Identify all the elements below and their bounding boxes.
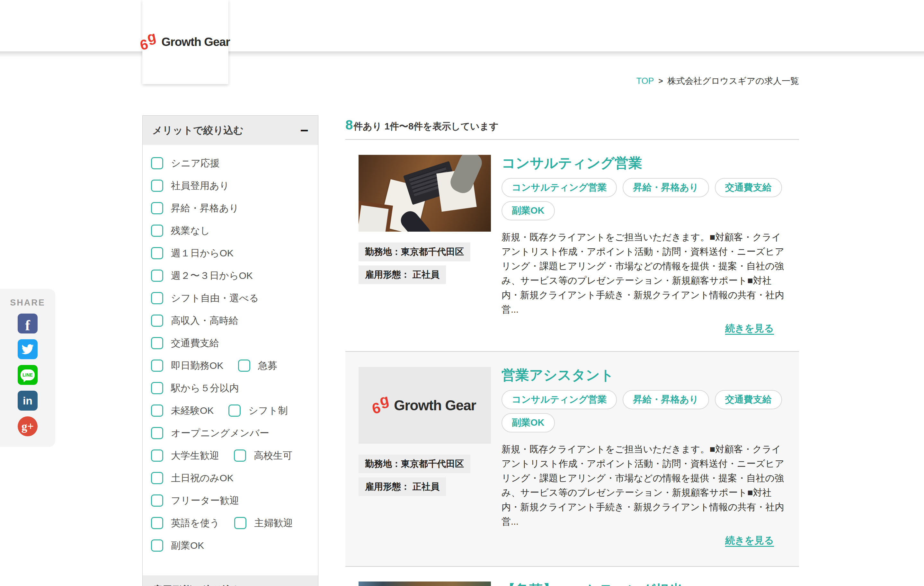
filter-checkbox[interactable] — [151, 404, 163, 417]
filter-label[interactable]: 副業OK — [171, 539, 204, 552]
filter-label[interactable]: 週１日からOK — [171, 247, 234, 260]
employment-filter-header[interactable]: 雇用形態で絞り込む − — [143, 575, 318, 586]
job-description: 新規・既存クライアントをご担当いただきます。■対顧客・クライアントリスト作成・ア… — [502, 230, 788, 317]
growth-gear-glyph-icon: 6g — [373, 395, 391, 416]
filter-label[interactable]: 高校生可 — [254, 449, 292, 462]
filter-label[interactable]: 大学生歓迎 — [171, 449, 219, 462]
breadcrumb: TOP > 株式会社グロウスギアの求人一覧 — [637, 75, 799, 87]
job-tag: 副業OK — [502, 201, 555, 220]
filter-checkbox[interactable] — [151, 224, 163, 237]
twitter-share-icon[interactable] — [18, 339, 38, 359]
filter-label[interactable]: フリーター歓迎 — [171, 494, 239, 507]
job-tag: 交通費支給 — [715, 390, 782, 409]
filter-checkbox[interactable] — [238, 360, 250, 372]
merit-filter-list: シニア応援社員登用あり昇給・昇格あり残業なし週１日からOK週２〜３日からOKシフ… — [143, 145, 318, 575]
filter-label[interactable]: 週２〜３日からOK — [171, 269, 253, 282]
merit-filter-title: メリットで絞り込む — [152, 124, 244, 137]
job-tag: 交通費支給 — [715, 178, 782, 197]
collapse-minus-icon[interactable]: − — [300, 123, 309, 137]
job-card-consulting-sales[interactable]: 勤務地：東京都千代田区 雇用形態： 正社員 コンサルティング営業 コンサルティン… — [345, 140, 799, 351]
filter-checkbox[interactable] — [151, 157, 163, 169]
job-title-link[interactable]: コンサルティング営業 — [502, 155, 642, 171]
filter-label[interactable]: シフト制 — [248, 404, 287, 417]
results-count: 8 件あり 1件〜8件を表示しています — [345, 117, 799, 133]
filter-checkbox[interactable] — [151, 427, 163, 439]
filter-checkbox[interactable] — [151, 517, 163, 529]
filter-checkbox[interactable] — [151, 292, 163, 304]
filter-label[interactable]: 昇給・昇格あり — [171, 202, 239, 215]
facebook-share-icon[interactable]: f — [18, 314, 38, 333]
job-tags: コンサルティング営業昇給・昇格あり交通費支給副業OK — [502, 390, 788, 432]
job-details: 営業アシスタント コンサルティング営業昇給・昇格あり交通費支給副業OK 新規・既… — [502, 367, 788, 547]
filter-label[interactable]: 英語を使う — [171, 517, 219, 530]
read-more-link[interactable]: 続きを見る — [725, 322, 774, 335]
growth-gear-logo: 6g Growth Gear — [141, 32, 230, 52]
job-photo-office[interactable] — [358, 581, 491, 586]
filter-label[interactable]: 高収入・高時給 — [171, 314, 238, 327]
google-plus-share-icon[interactable]: g+ — [18, 416, 38, 436]
logo-wordmark: Growth Gear — [161, 35, 230, 49]
job-card-marketing[interactable]: 【急募】マーケティング担当 — [345, 566, 799, 586]
line-share-icon[interactable]: LINE — [18, 365, 38, 385]
job-employment-label: 雇用形態： 正社員 — [358, 266, 446, 284]
filter-checkbox[interactable] — [228, 404, 241, 417]
filter-checkbox[interactable] — [151, 360, 163, 372]
filter-row: 昇給・昇格あり — [151, 197, 310, 220]
company-logo-card[interactable]: 6g Growth Gear — [142, 0, 228, 84]
filter-sidebar: メリットで絞り込む − シニア応援社員登用あり昇給・昇格あり残業なし週１日からO… — [142, 116, 318, 586]
filter-checkbox[interactable] — [234, 517, 246, 529]
job-photo-meeting[interactable] — [358, 155, 491, 232]
filter-checkbox[interactable] — [151, 269, 163, 282]
job-title-link[interactable]: 営業アシスタント — [502, 367, 614, 383]
share-panel: SHARE f LINE in g+ — [0, 289, 55, 447]
job-tag: コンサルティング営業 — [502, 178, 617, 197]
filter-row: 社員登用あり — [151, 175, 310, 197]
job-tags: コンサルティング営業昇給・昇格あり交通費支給副業OK — [502, 178, 788, 220]
filter-label[interactable]: シニア応援 — [171, 157, 220, 170]
filter-row: 未経験OKシフト制 — [151, 399, 310, 422]
filter-label[interactable]: 交通費支給 — [171, 337, 219, 350]
twitter-bird-icon — [21, 343, 34, 355]
read-more-link[interactable]: 続きを見る — [725, 534, 774, 547]
employment-filter-title: 雇用形態で絞り込む — [152, 583, 243, 586]
filter-checkbox[interactable] — [151, 202, 163, 214]
filter-checkbox[interactable] — [151, 315, 163, 327]
results-count-number: 8 — [345, 117, 353, 133]
job-employment-label: 雇用形態： 正社員 — [358, 477, 446, 496]
filter-checkbox[interactable] — [151, 382, 163, 394]
job-photo-company-logo[interactable]: 6g Growth Gear — [358, 367, 491, 444]
filter-checkbox[interactable] — [151, 494, 163, 507]
filter-checkbox[interactable] — [151, 472, 163, 484]
filter-row: 交通費支給 — [151, 332, 310, 354]
filter-checkbox[interactable] — [151, 337, 163, 349]
filter-label[interactable]: 社員登用あり — [171, 179, 229, 192]
job-title-link[interactable]: 【急募】マーケティング担当 — [502, 581, 683, 586]
filter-row: シフト自由・選べる — [151, 287, 310, 309]
breadcrumb-separator: > — [658, 76, 663, 86]
filter-label[interactable]: 即日勤務OK — [171, 359, 223, 372]
filter-checkbox[interactable] — [151, 180, 163, 192]
results-count-text: 件あり 1件〜8件を表示しています — [353, 120, 498, 133]
job-description: 新規・既存クライアントをご担当いただきます。■対顧客・クライアントリスト作成・ア… — [502, 442, 788, 529]
job-location-label: 勤務地：東京都千代田区 — [358, 455, 470, 473]
collapse-minus-icon[interactable]: − — [300, 583, 309, 586]
filter-label[interactable]: 残業なし — [171, 224, 210, 238]
filter-label[interactable]: オープニングメンバー — [171, 427, 269, 440]
filter-label[interactable]: 駅から５分以内 — [171, 382, 239, 395]
linkedin-share-icon[interactable]: in — [18, 391, 38, 411]
filter-checkbox[interactable] — [151, 247, 163, 259]
header-shadow — [0, 51, 924, 57]
breadcrumb-home-link[interactable]: TOP — [637, 76, 654, 86]
filter-checkbox[interactable] — [151, 449, 163, 462]
filter-label[interactable]: 土日祝のみOK — [171, 472, 234, 485]
filter-checkbox[interactable] — [151, 540, 163, 551]
filter-label[interactable]: 急募 — [258, 359, 277, 372]
filter-label[interactable]: シフト自由・選べる — [171, 292, 259, 305]
merit-filter-header[interactable]: メリットで絞り込む − — [143, 116, 318, 145]
filter-row: 副業OK — [151, 534, 310, 557]
filter-checkbox[interactable] — [234, 449, 246, 462]
job-card-sales-assistant[interactable]: 6g Growth Gear 勤務地：東京都千代田区 雇用形態： 正社員 営業ア… — [345, 351, 799, 566]
filter-label[interactable]: 未経験OK — [171, 404, 214, 417]
job-tag: 副業OK — [502, 413, 555, 432]
filter-label[interactable]: 主婦歓迎 — [254, 517, 293, 530]
